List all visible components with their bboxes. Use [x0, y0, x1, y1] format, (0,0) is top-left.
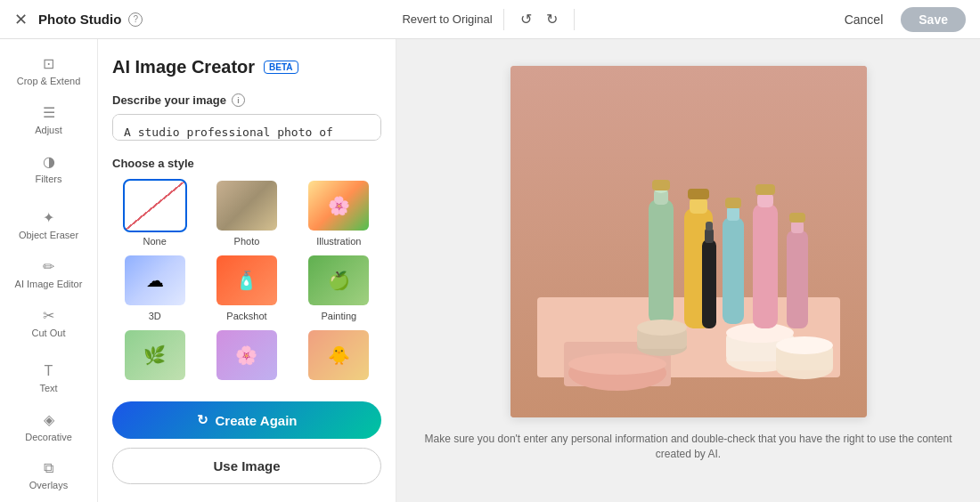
style-grid: None Photo 🌸 Illustration ☁ — [112, 179, 381, 385]
tool-label-ai-editor: AI Image Editor — [15, 279, 83, 289]
svg-rect-22 — [757, 193, 773, 207]
tool-label-eraser: Object Eraser — [19, 230, 78, 240]
header: ✕ Photo Studio ? Revert to Original ↺ ↻ … — [0, 0, 980, 39]
tool-adjust[interactable]: ☰ Adjust — [0, 95, 97, 144]
use-image-button[interactable]: Use Image — [112, 448, 381, 484]
undo-button[interactable]: ↺ — [515, 7, 537, 31]
style-thumb-packshot: 🧴 — [215, 254, 279, 307]
tool-label-overlays: Overlays — [29, 480, 68, 490]
generated-image — [510, 66, 867, 417]
disclaimer-text: Make sure you don't enter any personal i… — [414, 432, 962, 462]
style-extra1[interactable]: 🌿 — [112, 328, 197, 385]
svg-rect-29 — [706, 222, 713, 231]
tool-cut-out[interactable]: ✂ Cut Out — [0, 298, 97, 347]
svg-rect-14 — [652, 180, 670, 190]
header-right: Cancel Save — [834, 7, 966, 32]
create-label: Create Again — [216, 413, 298, 428]
svg-rect-16 — [690, 198, 707, 214]
svg-rect-21 — [753, 204, 778, 328]
style-photo[interactable]: Photo — [204, 179, 289, 247]
style-thumb-extra3: 🐥 — [306, 328, 371, 382]
filters-icon: ◑ — [43, 153, 55, 170]
svg-point-4 — [568, 353, 666, 375]
style-name-none: None — [143, 236, 167, 247]
main-layout: ⊡ Crop & Extend ☰ Adjust ◑ Filters ✦ Obj… — [0, 39, 980, 502]
tool-crop-extend[interactable]: ⊡ Crop & Extend — [0, 46, 97, 95]
tool-label-text: Text — [39, 383, 57, 393]
tool-overlays[interactable]: ⧉ Overlays — [0, 451, 97, 499]
beta-badge: BETA — [264, 61, 298, 74]
object-eraser-icon: ✦ — [43, 209, 54, 226]
svg-rect-20 — [725, 198, 741, 208]
close-button[interactable]: ✕ — [14, 10, 28, 29]
svg-rect-18 — [723, 217, 744, 324]
style-thumb-3d: ☁ — [123, 254, 187, 307]
style-thumb-photo — [215, 179, 279, 232]
create-again-button[interactable]: ↻ Create Again — [112, 401, 381, 439]
adjust-icon: ☰ — [43, 104, 55, 121]
svg-rect-26 — [789, 213, 805, 223]
tool-label-decorative: Decorative — [25, 432, 72, 442]
tool-ai-image-editor[interactable]: ✏ AI Image Editor — [0, 249, 97, 298]
tool-filters[interactable]: ◑ Filters — [0, 144, 97, 193]
svg-point-10 — [776, 336, 833, 354]
tool-text[interactable]: T Text — [0, 354, 97, 402]
style-thumb-illustration: 🌸 — [306, 179, 371, 232]
help-icon[interactable]: ? — [128, 12, 143, 27]
style-packshot[interactable]: 🧴 Packshot — [204, 254, 289, 321]
tools-sidebar: ⊡ Crop & Extend ☰ Adjust ◑ Filters ✦ Obj… — [0, 39, 98, 502]
tool-object-eraser[interactable]: ✦ Object Eraser — [0, 200, 97, 249]
ai-editor-icon: ✏ — [43, 258, 54, 275]
tool-label-crop: Crop & Extend — [17, 76, 81, 86]
svg-rect-17 — [688, 189, 709, 199]
redo-button[interactable]: ↻ — [541, 7, 563, 31]
style-extra3[interactable]: 🐥 — [297, 328, 381, 385]
overlays-icon: ⧉ — [44, 460, 53, 476]
tool-decorative[interactable]: ◈ Decorative — [0, 402, 97, 451]
tool-label-cutout: Cut Out — [32, 328, 66, 338]
describe-label: Describe your image i — [112, 93, 381, 107]
style-name-packshot: Packshot — [226, 311, 266, 321]
cancel-button[interactable]: Cancel — [834, 7, 894, 32]
decorative-icon: ◈ — [44, 411, 54, 428]
header-center: Revert to Original ↺ ↻ — [402, 7, 574, 31]
svg-rect-19 — [727, 206, 739, 221]
tool-label-adjust: Adjust — [35, 125, 62, 135]
panel-header: AI Image Creator BETA — [112, 57, 381, 77]
svg-rect-28 — [705, 229, 714, 243]
describe-input[interactable] — [112, 114, 381, 141]
style-painting[interactable]: 🍏 Painting — [297, 254, 381, 321]
svg-rect-25 — [791, 221, 804, 233]
describe-info-icon[interactable]: i — [232, 93, 245, 107]
style-extra2[interactable]: 🌸 — [204, 328, 289, 385]
style-thumb-painting: 🍏 — [306, 254, 371, 307]
canvas-area: Make sure you don't enter any personal i… — [396, 39, 980, 502]
svg-rect-24 — [787, 231, 808, 328]
app-title: Photo Studio — [38, 12, 121, 27]
crop-icon: ⊡ — [43, 55, 54, 72]
style-3d[interactable]: ☁ 3D — [112, 254, 197, 321]
style-thumb-none — [123, 179, 187, 232]
create-icon: ↻ — [197, 412, 208, 428]
style-thumb-extra1: 🌿 — [123, 328, 187, 382]
svg-rect-27 — [702, 239, 716, 328]
style-none[interactable]: None — [112, 179, 197, 247]
style-name-3d: 3D — [149, 311, 161, 321]
header-left: ✕ Photo Studio ? — [14, 10, 143, 29]
svg-point-32 — [637, 320, 687, 336]
style-section-label: Choose a style — [112, 157, 381, 170]
panel-title: AI Image Creator — [112, 57, 255, 77]
text-icon: T — [45, 363, 53, 379]
cosmetics-illustration — [510, 66, 867, 417]
style-name-photo: Photo — [234, 236, 260, 247]
save-button[interactable]: Save — [901, 7, 966, 32]
panel-sidebar: AI Image Creator BETA Describe your imag… — [98, 39, 396, 502]
image-placeholder — [510, 66, 867, 417]
style-name-illustration: Illustration — [316, 236, 361, 247]
cut-out-icon: ✂ — [43, 307, 54, 324]
style-thumb-extra2: 🌸 — [215, 328, 279, 382]
separator — [503, 9, 504, 30]
style-illustration[interactable]: 🌸 Illustration — [297, 179, 381, 247]
revert-button[interactable]: Revert to Original — [402, 12, 492, 26]
svg-rect-23 — [755, 184, 775, 195]
